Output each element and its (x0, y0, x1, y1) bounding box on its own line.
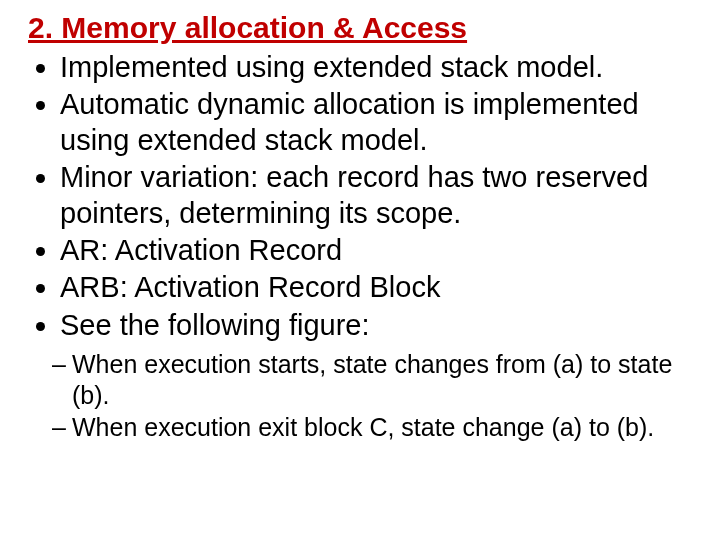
list-item: Automatic dynamic allocation is implemen… (60, 87, 692, 158)
list-item: When execution starts, state changes fro… (52, 349, 692, 410)
list-item: When execution exit block C, state chang… (52, 412, 692, 443)
list-item: ARB: Activation Record Block (60, 270, 692, 305)
list-item: Minor variation: each record has two res… (60, 160, 692, 231)
slide-title: 2. Memory allocation & Access (28, 10, 692, 46)
sub-bullet-list: When execution starts, state changes fro… (28, 349, 692, 443)
main-bullet-list: Implemented using extended stack model. … (28, 50, 692, 343)
list-item: Implemented using extended stack model. (60, 50, 692, 85)
list-item: See the following figure: (60, 308, 692, 343)
slide: 2. Memory allocation & Access Implemente… (0, 0, 720, 540)
list-item: AR: Activation Record (60, 233, 692, 268)
